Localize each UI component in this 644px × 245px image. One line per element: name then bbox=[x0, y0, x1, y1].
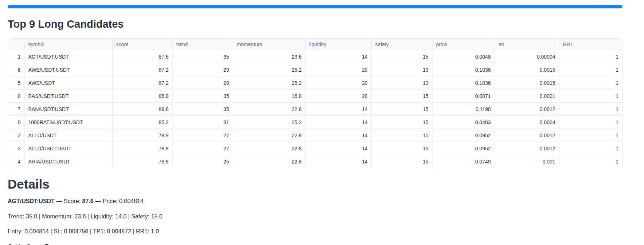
cell-symbol[interactable]: ALLO/USDT:USDT bbox=[24, 142, 112, 155]
cell-score[interactable]: 87.2 bbox=[112, 63, 172, 76]
cell-atr[interactable]: 0.001 bbox=[495, 155, 559, 168]
column-header-safety[interactable]: safety bbox=[371, 39, 432, 50]
cell-index[interactable]: 5 bbox=[8, 76, 24, 90]
cell-price[interactable]: 0.1036 bbox=[432, 76, 495, 90]
cell-price[interactable]: 0.1036 bbox=[432, 63, 495, 76]
cell-trend[interactable]: 35 bbox=[172, 50, 233, 63]
cell-atr[interactable]: 0.0004 bbox=[495, 116, 559, 129]
cell-symbol[interactable]: ARIA/USDT:USDT bbox=[24, 155, 112, 168]
cell-rr1[interactable]: 1 bbox=[559, 142, 622, 155]
cell-momentum[interactable]: 25.2 bbox=[233, 63, 305, 76]
cell-safety[interactable]: 15 bbox=[371, 142, 432, 155]
column-header-liquidity[interactable]: liquidity bbox=[305, 39, 371, 50]
cell-score[interactable]: 86.8 bbox=[112, 103, 172, 116]
cell-safety[interactable]: 15 bbox=[371, 103, 432, 116]
cell-liquidity[interactable]: 14 bbox=[305, 129, 371, 142]
cell-rr1[interactable]: 1 bbox=[559, 129, 622, 142]
cell-index[interactable]: 8 bbox=[8, 90, 24, 103]
cell-momentum[interactable]: 22.8 bbox=[233, 103, 305, 116]
cell-price[interactable]: 0.0071 bbox=[432, 90, 495, 103]
cell-liquidity[interactable]: 20 bbox=[305, 63, 371, 76]
cell-atr[interactable]: 0.0012 bbox=[495, 142, 559, 155]
cell-price[interactable]: 0.0952 bbox=[432, 129, 495, 142]
cell-momentum[interactable]: 25.2 bbox=[233, 116, 305, 129]
cell-index[interactable]: 2 bbox=[8, 129, 24, 142]
cell-trend[interactable]: 31 bbox=[172, 116, 233, 129]
cell-symbol[interactable]: AWE/USDT:USDT bbox=[24, 63, 112, 76]
cell-liquidity[interactable]: 14 bbox=[305, 116, 371, 129]
cell-safety[interactable]: 13 bbox=[371, 76, 432, 90]
cell-price[interactable]: 0.0952 bbox=[432, 142, 495, 155]
cell-index[interactable]: 7 bbox=[8, 103, 24, 116]
cell-momentum[interactable]: 23.6 bbox=[233, 50, 305, 63]
cell-rr1[interactable]: 1 bbox=[559, 76, 622, 90]
column-header-price[interactable]: price bbox=[432, 39, 495, 50]
cell-liquidity[interactable]: 14 bbox=[305, 142, 371, 155]
cell-symbol[interactable]: BAS/USDT:USDT bbox=[24, 90, 112, 103]
cell-trend[interactable]: 35 bbox=[172, 90, 233, 103]
cell-score[interactable]: 87.2 bbox=[112, 76, 172, 90]
cell-symbol[interactable]: AWE/USDT bbox=[24, 76, 112, 90]
cell-score[interactable]: 78.8 bbox=[112, 129, 172, 142]
cell-trend[interactable]: 25 bbox=[172, 155, 233, 168]
column-header-trend[interactable]: trend bbox=[172, 39, 233, 50]
cell-trend[interactable]: 35 bbox=[172, 103, 233, 116]
column-header-atr[interactable]: atr bbox=[495, 39, 559, 50]
column-header-momentum[interactable]: momentum bbox=[233, 39, 305, 50]
cell-price[interactable]: 0.0048 bbox=[432, 50, 495, 63]
cell-price[interactable]: 0.0749 bbox=[432, 155, 495, 168]
cell-score[interactable]: 85.2 bbox=[112, 116, 172, 129]
cell-rr1[interactable]: 1 bbox=[559, 63, 622, 76]
cell-symbol[interactable]: ALLO/USDT bbox=[24, 129, 112, 142]
cell-rr1[interactable]: 1 bbox=[559, 116, 622, 129]
cell-safety[interactable]: 15 bbox=[371, 116, 432, 129]
cell-price[interactable]: 0.1198 bbox=[432, 103, 495, 116]
column-header-symbol[interactable]: symbol bbox=[24, 39, 112, 50]
column-header-score[interactable]: score bbox=[112, 39, 172, 50]
column-header-index[interactable] bbox=[8, 39, 24, 50]
cell-liquidity[interactable]: 14 bbox=[305, 155, 371, 168]
cell-score[interactable]: 87.6 bbox=[112, 50, 172, 63]
cell-atr[interactable]: 0.0015 bbox=[495, 76, 559, 90]
cell-momentum[interactable]: 16.8 bbox=[233, 90, 305, 103]
cell-liquidity[interactable]: 14 bbox=[305, 103, 371, 116]
cell-index[interactable]: 0 bbox=[8, 116, 24, 129]
cell-index[interactable]: 1 bbox=[8, 50, 24, 63]
cell-score[interactable]: 76.8 bbox=[112, 155, 172, 168]
cell-score[interactable]: 78.8 bbox=[112, 142, 172, 155]
cell-liquidity[interactable]: 20 bbox=[305, 90, 371, 103]
cell-rr1[interactable]: 1 bbox=[559, 90, 622, 103]
cell-safety[interactable]: 15 bbox=[371, 155, 432, 168]
cell-symbol[interactable]: 1000RATS/USDT:USDT bbox=[24, 116, 112, 129]
cell-atr[interactable]: 0.0015 bbox=[495, 63, 559, 76]
cell-index[interactable]: 4 bbox=[8, 155, 24, 168]
cell-index[interactable]: 6 bbox=[8, 63, 24, 76]
cell-trend[interactable]: 29 bbox=[172, 76, 233, 90]
cell-safety[interactable]: 15 bbox=[371, 90, 432, 103]
cell-rr1[interactable]: 1 bbox=[559, 155, 622, 168]
cell-momentum[interactable]: 25.2 bbox=[233, 76, 305, 90]
cell-atr[interactable]: 0.0001 bbox=[495, 90, 559, 103]
cell-symbol[interactable]: BAN/USDT:USDT bbox=[24, 103, 112, 116]
cell-trend[interactable]: 27 bbox=[172, 129, 233, 142]
cell-score[interactable]: 86.8 bbox=[112, 90, 172, 103]
cell-momentum[interactable]: 22.8 bbox=[233, 142, 305, 155]
cell-momentum[interactable]: 22.8 bbox=[233, 129, 305, 142]
cell-momentum[interactable]: 22.8 bbox=[233, 155, 305, 168]
cell-index[interactable]: 3 bbox=[8, 142, 24, 155]
cell-symbol[interactable]: AGT/USDT:USDT bbox=[24, 50, 112, 63]
cell-liquidity[interactable]: 20 bbox=[305, 76, 371, 90]
cell-safety[interactable]: 15 bbox=[371, 50, 432, 63]
column-header-rr1[interactable]: RR1 bbox=[559, 39, 622, 50]
cell-rr1[interactable]: 1 bbox=[559, 103, 622, 116]
cell-atr[interactable]: 0.00004 bbox=[495, 50, 559, 63]
cell-rr1[interactable]: 1 bbox=[559, 50, 622, 63]
cell-safety[interactable]: 15 bbox=[371, 129, 432, 142]
cell-price[interactable]: 0.0483 bbox=[432, 116, 495, 129]
cell-trend[interactable]: 27 bbox=[172, 142, 233, 155]
cell-safety[interactable]: 13 bbox=[371, 63, 432, 76]
cell-atr[interactable]: 0.0012 bbox=[495, 129, 559, 142]
cell-trend[interactable]: 29 bbox=[172, 63, 233, 76]
cell-atr[interactable]: 0.0012 bbox=[495, 103, 559, 116]
cell-liquidity[interactable]: 14 bbox=[305, 50, 371, 63]
